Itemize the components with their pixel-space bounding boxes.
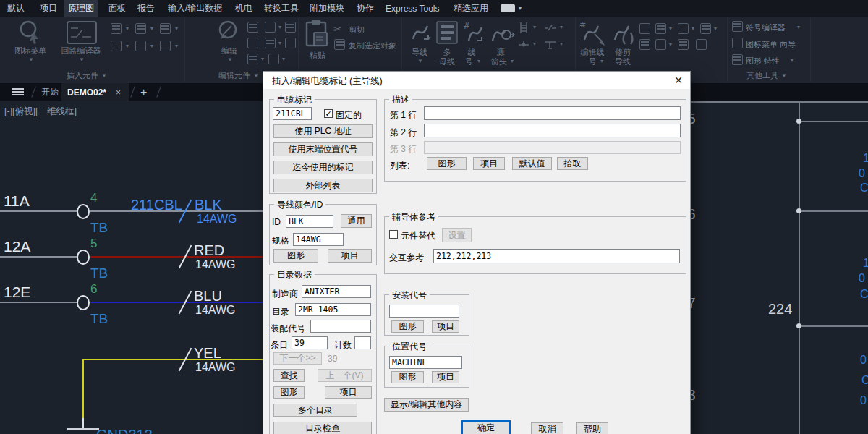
menu-tab-reports[interactable]: 报告 (133, 0, 159, 17)
desc-drawing-button[interactable]: 图形 (427, 157, 467, 170)
menu-tab-default[interactable]: 默认 (3, 0, 29, 17)
menu-tab-addins[interactable]: 附加模块 (305, 0, 349, 17)
use-terminal-location-button[interactable]: 使用末端位置代号 (273, 142, 373, 156)
edit-panel-label[interactable]: 编辑元件▼ (210, 70, 268, 80)
catalog-project-button[interactable]: 项目 (325, 386, 372, 399)
insert-tool-icon-6[interactable] (160, 41, 171, 51)
wire-id-input[interactable]: BLK (286, 215, 333, 228)
general-button[interactable]: 通用 (341, 214, 372, 228)
installation-code-input[interactable] (389, 305, 459, 318)
wn-tool-icon-1[interactable] (639, 23, 650, 34)
component-override-checkbox[interactable] (389, 230, 398, 239)
wn-tool-icon-5[interactable] (639, 39, 650, 50)
symbol-builder-button[interactable]: 符号编译器 (746, 22, 786, 33)
menu-tab-express-tools[interactable]: Express Tools (381, 0, 443, 17)
wn-tool-icon-4[interactable] (700, 23, 711, 34)
external-list-button[interactable]: 外部列表 (273, 179, 373, 192)
edit-tool-icon-2[interactable] (265, 22, 276, 33)
count-input[interactable] (354, 336, 371, 349)
insert-tool-icon-5[interactable] (135, 41, 146, 51)
edit-tool-icon-3[interactable] (285, 22, 296, 33)
edit-tool-icon-1[interactable] (247, 22, 258, 33)
tab-start[interactable]: 开始 (41, 86, 59, 98)
catalog-drawing-button[interactable]: 图形 (273, 386, 305, 399)
cut-button[interactable]: 剪切 (349, 25, 365, 35)
setup-button[interactable]: 设置 (442, 228, 472, 242)
edit-tool-icon-8[interactable] (268, 54, 279, 64)
insert-tool-icon-1[interactable] (111, 23, 122, 34)
menu-tab-collaborate[interactable]: 协作 (352, 0, 378, 17)
tee-wire-icon[interactable] (544, 39, 556, 50)
ribbon-display-toggle[interactable]: ▼ (501, 3, 528, 14)
drawing-properties-button[interactable]: 图形 特性 (746, 56, 780, 67)
edit-tool-icon-7[interactable] (247, 54, 258, 64)
edit-tool-icon-6[interactable] (285, 38, 296, 48)
help-button[interactable]: 帮助 (576, 422, 608, 434)
menu-tab-conversion[interactable]: 转换工具 (260, 0, 303, 17)
manufacturer-input[interactable]: ANIXTER (302, 285, 371, 298)
wire-button[interactable]: 导线 (404, 47, 435, 58)
catalog-input[interactable]: 2MR-1405 (295, 303, 371, 316)
icon-menu-wizard-button[interactable]: 图标菜单 向导 (746, 39, 796, 50)
install-drawing-button[interactable]: 图形 (391, 320, 424, 333)
desc-pick-button[interactable]: 拾取 (557, 157, 588, 170)
previous-button[interactable]: 上一个(V) (318, 369, 372, 382)
location-code-input[interactable]: MACHINE (389, 356, 462, 369)
wire-color-project-button[interactable]: 项目 (328, 249, 372, 263)
icon-menu-button[interactable]: 图标菜单 (9, 46, 52, 56)
wn-tool-icon-2[interactable] (655, 23, 666, 34)
use-plc-address-button[interactable]: 使用 PLC 地址 (273, 124, 373, 138)
menu-tab-panel[interactable]: 面板 (104, 0, 130, 17)
paste-button[interactable]: 粘贴 (305, 50, 330, 61)
insert-tool-icon-4[interactable] (111, 41, 122, 51)
dot-wire-icon[interactable] (518, 39, 529, 50)
insert-panel-label[interactable]: 插入元件▼ (54, 70, 119, 80)
wn-tool-icon-6[interactable] (655, 39, 666, 50)
wn-tool-icon-8[interactable] (696, 39, 707, 50)
desc-defaults-button[interactable]: 默认值 (512, 157, 552, 170)
menu-tab-electromech[interactable]: 机电 (231, 0, 257, 17)
menu-tab-featured-apps[interactable]: 精选应用 (449, 0, 493, 17)
cable-marker-input[interactable]: 211CBL (273, 107, 312, 120)
edit-tool-icon-4[interactable] (247, 38, 258, 48)
wn-tool-icon-7[interactable] (678, 39, 689, 50)
hamburger-menu-icon[interactable] (12, 88, 24, 95)
tab-close-icon[interactable]: × (116, 86, 121, 98)
ladder-icon[interactable] (518, 22, 529, 34)
viewport-controls[interactable]: [-][俯视][二维线框] (4, 106, 77, 118)
description-line1-input[interactable] (424, 106, 681, 120)
cross-reference-input[interactable]: 212,212,213 (433, 249, 680, 263)
insert-tool-icon-3[interactable] (160, 23, 171, 34)
menu-tab-project[interactable]: 项目 (35, 0, 61, 17)
location-drawing-button[interactable]: 图形 (391, 371, 424, 383)
other-tools-panel-label[interactable]: 其他工具▼ (738, 70, 796, 80)
install-project-button[interactable]: 项目 (432, 320, 459, 333)
wire-gap-icon[interactable] (544, 23, 556, 33)
location-project-button[interactable]: 项目 (432, 371, 459, 383)
assembly-input[interactable] (310, 320, 371, 333)
wire-spec-input[interactable]: 14AWG (293, 233, 344, 246)
desc-project-button[interactable]: 项目 (473, 157, 505, 170)
edit-tool-icon-5[interactable] (265, 38, 276, 48)
menu-tab-io-data[interactable]: 输入/输出数据 (163, 0, 226, 17)
insert-tool-icon-2[interactable] (135, 23, 146, 34)
edit-button[interactable]: 编辑 (215, 46, 244, 56)
circuit-builder-button[interactable]: 回路编译器 (59, 46, 103, 56)
catalog-check-button[interactable]: 目录检查 (273, 422, 372, 434)
copy-button[interactable]: 复制选定对象 (349, 41, 396, 51)
show-edit-misc-button[interactable]: 显示/编辑其他内容 (384, 398, 469, 412)
ok-button[interactable]: 确定 (461, 420, 511, 434)
item-input[interactable]: 39 (292, 336, 328, 349)
fixed-checkbox[interactable]: ✓ (324, 109, 333, 118)
multiple-catalog-button[interactable]: 多个目录 (273, 404, 357, 417)
menu-tab-schematic[interactable]: 原理图 (64, 0, 98, 17)
cancel-button[interactable]: 取消 (531, 422, 563, 434)
wn-tool-icon-3[interactable] (678, 23, 689, 34)
description-line2-input[interactable] (424, 124, 681, 137)
next-button[interactable]: 下一个>> (273, 352, 322, 365)
find-button[interactable]: 查找 (273, 369, 305, 382)
markers-used-button[interactable]: 迄今使用的标记 (273, 161, 373, 174)
new-tab-icon[interactable]: + (140, 86, 147, 98)
wire-color-drawing-button[interactable]: 图形 (273, 249, 318, 263)
dialog-close-icon[interactable]: ✕ (668, 73, 689, 88)
